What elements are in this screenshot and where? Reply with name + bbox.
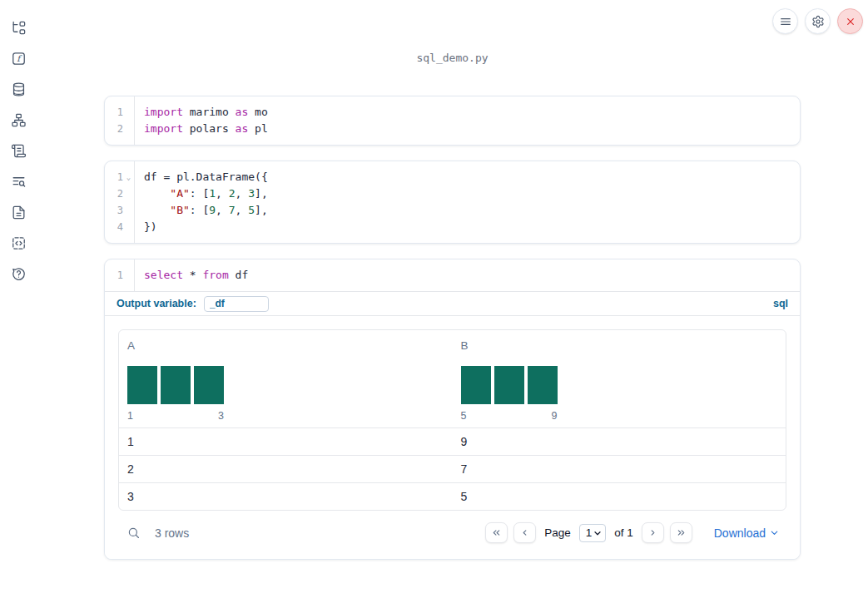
first-page-button[interactable] <box>485 522 508 543</box>
last-page-button[interactable] <box>670 522 692 543</box>
table-cell: 7 <box>453 462 786 476</box>
output-variable-label: Output variable: <box>117 298 196 309</box>
table-cell: 9 <box>453 435 786 448</box>
page-total-label: of 1 <box>614 526 633 539</box>
help-bubble-icon <box>11 266 27 282</box>
topbar-controls <box>772 8 863 34</box>
code-line[interactable]: 3 "B": [9, 7, 5], <box>105 202 800 219</box>
histogram-bar[interactable] <box>127 366 157 404</box>
table-body: 192735 <box>119 427 786 510</box>
hist-max-label: 3 <box>218 410 224 422</box>
table-search-button[interactable] <box>126 526 141 541</box>
chevron-down-icon <box>593 528 603 538</box>
chevron-right-icon <box>647 527 658 538</box>
page-label: Page <box>544 526 571 539</box>
dataframe-table: A13B59 192735 <box>118 329 786 511</box>
code-cell-imports: 1import marimo as mo2import polars as pl <box>104 96 801 146</box>
notebook-filename[interactable]: sql_demo.py <box>104 52 801 64</box>
code-snippet-icon <box>11 235 27 251</box>
line-number: 3 <box>105 202 134 219</box>
column-header-A[interactable]: A13 <box>119 330 453 427</box>
svg-text:f: f <box>17 53 22 63</box>
code-line[interactable]: 1select * from df <box>105 267 800 284</box>
download-label: Download <box>714 526 766 540</box>
table-row: 35 <box>119 482 786 510</box>
code-line[interactable]: 2 "A": [1, 2, 3], <box>105 185 800 202</box>
chevron-left-icon <box>519 527 530 538</box>
sidebar-item-logs[interactable] <box>10 142 27 159</box>
function-icon: f <box>11 51 27 67</box>
network-graph-icon <box>11 112 27 128</box>
line-number: 1⌄ <box>105 169 134 185</box>
page-select[interactable]: 1 <box>579 524 607 542</box>
output-variable-row: Output variable: sql <box>105 291 800 315</box>
line-number: 2 <box>105 121 134 137</box>
list-search-icon <box>11 174 27 190</box>
previous-page-button[interactable] <box>513 522 536 543</box>
left-sidebar: f <box>0 0 37 593</box>
sidebar-item-help[interactable] <box>10 265 27 282</box>
pagination-controls: Page 1 of 1 <box>485 522 692 543</box>
table-cell: 5 <box>453 490 786 503</box>
table-row: 27 <box>119 455 786 482</box>
menu-button[interactable] <box>772 8 798 34</box>
histogram-bar[interactable] <box>528 366 558 404</box>
table-cell: 2 <box>119 462 453 476</box>
table-row: 19 <box>119 427 786 455</box>
table-header-row: A13B59 <box>119 330 786 427</box>
line-number: 1 <box>105 267 134 284</box>
sql-cell: 1select * from df Output variable: sql A… <box>104 259 801 560</box>
line-number: 1 <box>105 104 134 121</box>
code-line[interactable]: 4}) <box>105 219 800 235</box>
code-line[interactable]: 1⌄df = pl.DataFrame({ <box>105 169 800 185</box>
scroll-icon <box>11 143 27 159</box>
column-name: B <box>461 339 778 352</box>
table-cell: 3 <box>119 490 453 503</box>
histogram-bar[interactable] <box>194 366 224 404</box>
chevrons-right-icon <box>676 527 687 538</box>
code-cell-dataframe: 1⌄df = pl.DataFrame({2 "A": [1, 2, 3],3 … <box>104 161 801 244</box>
sidebar-item-table-of-contents[interactable] <box>10 173 27 190</box>
search-icon <box>126 526 141 541</box>
sidebar-item-file-explorer[interactable] <box>10 19 27 36</box>
histogram-bar[interactable] <box>494 366 524 404</box>
chevron-down-icon <box>769 527 780 538</box>
line-number: 2 <box>105 185 134 202</box>
code-editor[interactable]: 1import marimo as mo2import polars as pl <box>105 96 800 145</box>
sidebar-item-dependencies[interactable] <box>10 111 27 128</box>
table-footer: 3 rows Page 1 of 1 <box>118 511 786 553</box>
table-cell: 1 <box>119 435 453 448</box>
shutdown-button[interactable] <box>837 8 863 34</box>
code-line[interactable]: 1import marimo as mo <box>105 104 800 121</box>
sql-language-badge: sql <box>773 298 788 309</box>
document-icon <box>11 205 27 220</box>
sidebar-item-snippets[interactable] <box>10 235 27 251</box>
sidebar-item-data-sources[interactable] <box>10 81 27 97</box>
hist-max-label: 9 <box>552 410 558 422</box>
column-header-B[interactable]: B59 <box>453 330 786 427</box>
row-count-label: 3 rows <box>155 526 189 540</box>
column-histogram: 59 <box>461 366 558 422</box>
output-variable-input[interactable] <box>204 296 269 312</box>
code-editor[interactable]: 1select * from df <box>105 259 800 291</box>
histogram-bar[interactable] <box>161 366 191 404</box>
hist-min-label: 1 <box>127 410 133 422</box>
histogram-bar[interactable] <box>461 366 491 404</box>
gear-icon <box>811 15 825 28</box>
code-editor[interactable]: 1⌄df = pl.DataFrame({2 "A": [1, 2, 3],3 … <box>105 161 800 243</box>
download-button[interactable]: Download <box>714 526 780 540</box>
cell-output-area: A13B59 192735 3 rows Page 1 <box>105 315 800 559</box>
settings-button[interactable] <box>805 8 831 34</box>
code-line[interactable]: 2import polars as pl <box>105 121 800 137</box>
next-page-button[interactable] <box>642 522 664 543</box>
file-tree-icon <box>11 20 27 36</box>
hamburger-icon <box>779 15 792 28</box>
sidebar-item-documentation[interactable] <box>10 204 27 220</box>
page-select-value: 1 <box>586 526 593 539</box>
fold-chevron-icon[interactable]: ⌄ <box>123 170 134 185</box>
sidebar-item-scratchpad[interactable]: f <box>10 50 27 67</box>
chevrons-left-icon <box>491 527 502 538</box>
column-name: A <box>127 339 444 352</box>
close-x-icon <box>844 15 857 28</box>
column-histogram: 13 <box>127 366 224 422</box>
